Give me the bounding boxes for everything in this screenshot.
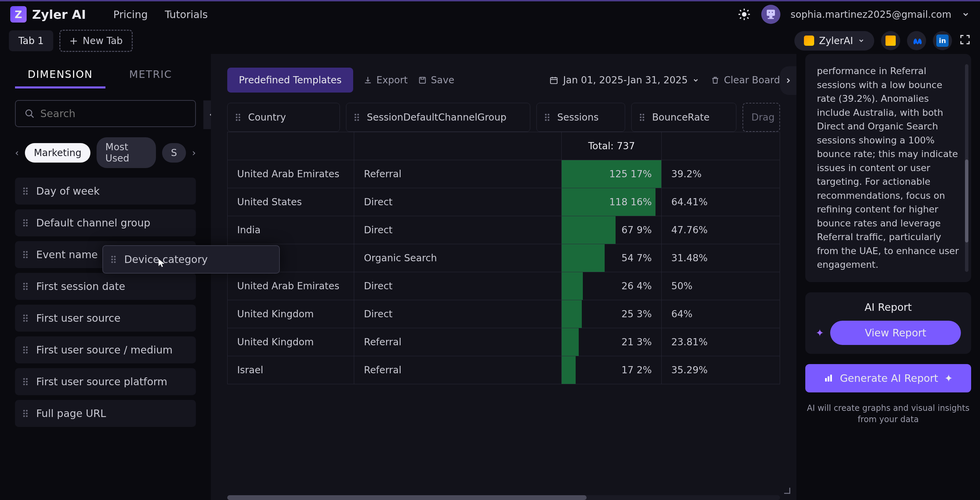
drag-handle-icon[interactable] [111,256,118,263]
search-input[interactable] [40,108,186,120]
dim-day-of-week[interactable]: Day of week [15,177,196,204]
cell-channel: Referral [354,160,562,188]
dim-first-user-source[interactable]: First user source [15,305,196,332]
filter-chips: ‹ Marketing Most Used S › [15,137,196,168]
drag-handle-icon[interactable] [23,251,29,258]
meta-icon [910,35,923,47]
user-menu-chevron-icon[interactable] [962,10,970,18]
board-toolbar: Predefined Templates Export Save Jan 01,… [211,68,796,103]
dim-first-user-source-platform[interactable]: First user source platform [15,368,196,395]
fullscreen-button[interactable] [959,34,971,48]
dim-first-session-date[interactable]: First session date [15,273,196,300]
brand-logo[interactable]: Z Zyler AI [10,6,86,22]
cell-bounce: 64.41% [662,188,780,216]
dim-full-page-url[interactable]: Full page URL [15,400,196,427]
cell-sessions: 21 3% [562,328,662,356]
clear-board-button[interactable]: Clear Board [711,75,780,86]
clear-label: Clear Board [724,75,780,86]
cell-channel: Direct [354,216,562,244]
svg-line-15 [31,115,34,118]
ai-summary-card: performance in Referral sessions with a … [805,54,971,282]
table-row: United StatesDirect118 16%64.41% [227,188,780,216]
chips-scroll-left[interactable]: ‹ [15,147,19,158]
col-drop-target[interactable]: Drag [743,103,780,132]
plus-icon: + [69,35,78,47]
cell-bounce: 35.29% [662,356,780,384]
workspace-icon [804,35,814,46]
chips-scroll-right[interactable]: › [192,147,196,158]
horizontal-scrollbar[interactable] [227,495,780,500]
predefined-templates-button[interactable]: Predefined Templates [227,68,353,93]
cell-country: United States [227,188,354,216]
nav-links: Pricing Tutorials [113,8,208,21]
chip-most-used[interactable]: Most Used [97,137,156,168]
view-report-button[interactable]: View Report [830,321,961,345]
drag-handle-icon[interactable] [23,378,29,385]
cell-channel: Referral [354,328,562,356]
drag-handle-icon[interactable] [640,114,646,121]
right-collapse-handle[interactable] [780,66,796,95]
nav-tutorials[interactable]: Tutorials [165,8,208,21]
ga-connector[interactable] [881,31,900,50]
cell-sessions: 67 9% [562,216,662,244]
drag-handle-icon[interactable] [23,219,29,227]
resize-handle[interactable] [784,488,790,494]
col-channel[interactable]: SessionDefaultChannelGroup [346,103,530,132]
tab-1[interactable]: Tab 1 [9,30,53,51]
drag-handle-icon[interactable] [236,114,242,121]
cell-country: India [227,216,354,244]
drag-handle-icon[interactable] [23,187,29,195]
col-country[interactable]: Country [227,103,340,132]
dim-device-category-dragging[interactable]: Device category [102,245,280,273]
user-avatar[interactable] [761,5,780,24]
workspace-name: ZylerAI [819,35,853,46]
workspace-selector[interactable]: ZylerAI [794,31,874,51]
svg-rect-16 [419,77,425,83]
meta-connector[interactable] [907,31,926,50]
drag-handle-icon[interactable] [23,410,29,417]
generate-ai-report-button[interactable]: Generate AI Report ✦ [805,364,971,392]
svg-point-13 [772,11,773,13]
svg-point-12 [769,11,770,13]
tab-dimension[interactable]: DIMENSION [15,62,105,88]
cell-country: United Arab Emirates [227,272,354,300]
search-icon [25,109,35,119]
table-row: United Arab EmiratesDirect26 4%50% [227,272,780,300]
save-button[interactable]: Save [418,75,455,86]
chevron-down-icon [858,37,865,44]
scrollbar-thumb[interactable] [227,495,587,500]
drag-handle-icon[interactable] [545,114,551,121]
tab-metric[interactable]: METRIC [105,62,196,88]
dim-label: Default channel group [36,217,151,229]
chip-marketing[interactable]: Marketing [25,143,91,163]
new-tab-button[interactable]: + New Tab [59,30,133,52]
drag-handle-icon[interactable] [23,283,29,290]
theme-toggle-icon[interactable] [737,8,751,21]
drag-handle-icon[interactable] [355,114,361,121]
drag-handle-icon[interactable] [23,346,29,353]
svg-point-0 [742,12,746,16]
export-button[interactable]: Export [363,75,408,86]
chip-more[interactable]: S [162,143,186,163]
cell-channel: Direct [354,272,562,300]
dim-first-user-source-medium[interactable]: First user source / medium [15,336,196,363]
sparkle-icon: ✦ [944,372,953,384]
save-label: Save [431,75,455,86]
ai-summary-text: performance in Referral sessions with a … [817,64,959,272]
ai-report-card: AI Report ✦ View Report [805,292,971,354]
user-email: sophia.martinez2025@gmail.com [791,9,951,20]
cell-channel: Referral [354,356,562,384]
col-bounce[interactable]: BounceRate [631,103,737,132]
summary-scrollbar[interactable] [965,64,969,272]
drag-handle-icon[interactable] [23,315,29,322]
svg-line-6 [747,18,749,19]
scrollbar-thumb[interactable] [965,160,969,243]
col-sessions[interactable]: Sessions [536,103,625,132]
linkedin-connector[interactable]: in [933,31,952,50]
dim-default-channel-group[interactable]: Default channel group [15,209,196,236]
search-field[interactable] [15,100,196,127]
date-range-picker[interactable]: Jan 01, 2025-Jan 31, 2025 [549,75,699,86]
linkedin-icon: in [936,35,948,47]
cell-sessions: 54 7% [562,244,662,272]
nav-pricing[interactable]: Pricing [113,8,148,21]
